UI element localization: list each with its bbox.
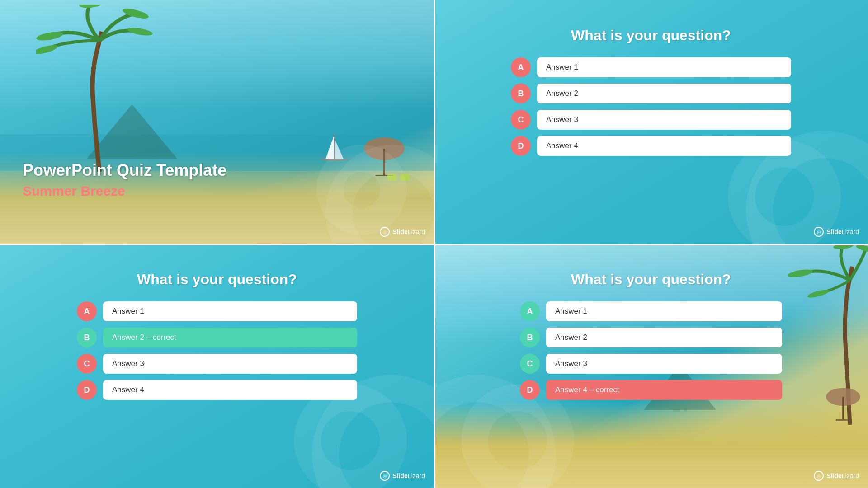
answer-row-d: D Answer 4 xyxy=(511,136,791,156)
slide-3-question: What is your question? xyxy=(137,271,297,288)
answer-badge-4c: C xyxy=(520,354,540,374)
slide-3-quiz-green: What is your question? A Answer 1 B Answ… xyxy=(0,244,434,488)
slidelizard-icon-2: ◎ xyxy=(814,227,824,237)
answer-badge-b: B xyxy=(511,84,531,103)
answer-badge-c: C xyxy=(511,110,531,130)
answer-badge-4a: A xyxy=(520,301,540,321)
answer-row-4c: C Answer 3 xyxy=(520,354,782,374)
slide-1-text-block: PowerPoint Quiz Template Summer Breeze xyxy=(23,161,226,199)
grid-divider-vertical xyxy=(434,0,435,488)
answer-badge-a: A xyxy=(511,57,531,77)
answer-row-b: B Answer 2 xyxy=(511,84,791,103)
slide-1-title: PowerPoint Quiz Template Summer Breeze ◎… xyxy=(0,0,434,244)
answer-badge-3d: D xyxy=(77,380,97,400)
answer-box-3c: Answer 3 xyxy=(103,354,357,374)
answer-box-3b-correct: Answer 2 – correct xyxy=(103,328,357,347)
answer-row-3b: B Answer 2 – correct xyxy=(77,328,357,347)
answer-row-a: A Answer 1 xyxy=(511,57,791,77)
answer-row-4b: B Answer 2 xyxy=(520,328,782,347)
slidelizard-icon-3: ◎ xyxy=(380,471,390,481)
answer-badge-3a: A xyxy=(77,301,97,321)
answer-box-3d: Answer 4 xyxy=(103,380,357,400)
answer-row-3c: C Answer 3 xyxy=(77,354,357,374)
slidelizard-label: SlideLizard xyxy=(392,228,425,235)
slide-2-question: What is your question? xyxy=(571,27,731,44)
svg-point-3 xyxy=(127,26,153,37)
answer-row-3d: D Answer 4 xyxy=(77,380,357,400)
answer-badge-3c: C xyxy=(77,354,97,374)
slide-2-logo: ◎ SlideLizard xyxy=(814,227,859,237)
slidelizard-label-2: SlideLizard xyxy=(826,228,859,235)
slidelizard-label-4: SlideLizard xyxy=(826,472,859,479)
answer-box-c: Answer 3 xyxy=(537,110,791,130)
slide-1-logo: ◎ SlideLizard xyxy=(380,227,425,237)
slidelizard-icon: ◎ xyxy=(380,227,390,237)
palm-tree-svg xyxy=(36,5,163,172)
answer-badge-4d-red: D xyxy=(520,380,540,400)
answer-box-4b: Answer 2 xyxy=(546,328,782,347)
slide-4-quiz-red: What is your question? A Answer 1 B Answ… xyxy=(434,244,868,488)
slide-4-question: What is your question? xyxy=(571,271,731,288)
slide-3-logo: ◎ SlideLizard xyxy=(380,471,425,481)
slide-1-subtitle-text: Summer Breeze xyxy=(23,183,226,199)
slide-3-answers: A Answer 1 B Answer 2 – correct C Answer… xyxy=(77,301,357,400)
answer-row-c: C Answer 3 xyxy=(511,110,791,130)
answer-box-a: Answer 1 xyxy=(537,57,791,77)
answer-row-4d: D Answer 4 – correct xyxy=(520,380,782,400)
answer-row-3a: A Answer 1 xyxy=(77,301,357,321)
answer-box-3a: Answer 1 xyxy=(103,301,357,321)
slide-2-answers: A Answer 1 B Answer 2 C Answer 3 D Answe… xyxy=(511,57,791,156)
slide-4-logo: ◎ SlideLizard xyxy=(814,471,859,481)
answer-badge-3b-correct: B xyxy=(77,328,97,347)
slide-2-quiz-blank: What is your question? A Answer 1 B Answ… xyxy=(434,0,868,244)
slide-1-title-text: PowerPoint Quiz Template xyxy=(23,161,226,180)
answer-box-b: Answer 2 xyxy=(537,84,791,103)
slidelizard-label-3: SlideLizard xyxy=(392,472,425,479)
answer-box-4c: Answer 3 xyxy=(546,354,782,374)
deco-circle-2 xyxy=(316,145,407,235)
answer-box-4a: Answer 1 xyxy=(546,301,782,321)
slide-4-answers: A Answer 1 B Answer 2 C Answer 3 D Answe… xyxy=(520,301,782,400)
answer-box-d: Answer 4 xyxy=(537,136,791,156)
answer-row-4a: A Answer 1 xyxy=(520,301,782,321)
answer-badge-d: D xyxy=(511,136,531,156)
slidelizard-icon-4: ◎ xyxy=(814,471,824,481)
answer-badge-4b: B xyxy=(520,328,540,347)
answer-box-4d-red: Answer 4 – correct xyxy=(546,380,782,400)
